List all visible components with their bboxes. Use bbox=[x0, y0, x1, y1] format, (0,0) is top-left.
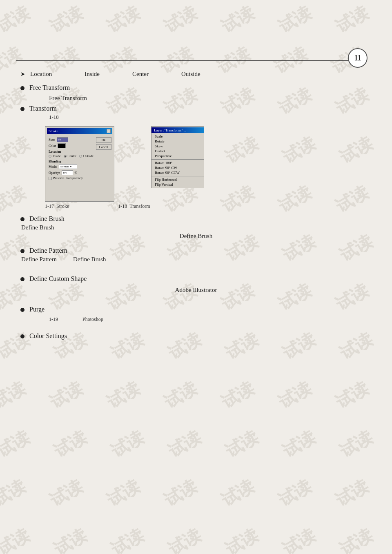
watermark: 试读 bbox=[103, 1, 144, 38]
watermark: 试读 bbox=[0, 524, 33, 554]
watermark: 试读 bbox=[160, 1, 201, 38]
stroke-dialog-left: Size: 10 Color Location bbox=[49, 137, 94, 180]
location-arrow-item: ➤ Location bbox=[20, 71, 52, 78]
page-number-badge: 11 bbox=[348, 48, 368, 68]
transform-menu-title: Layer / Transform / ... bbox=[154, 128, 186, 132]
watermark: 试读 bbox=[217, 475, 258, 512]
stroke-dialog-title: Stroke bbox=[49, 129, 58, 133]
transform-fig-number: 1-18 bbox=[49, 114, 376, 120]
stroke-mode-row: Mode: Normal ▼ bbox=[49, 164, 94, 169]
watermark: 试读 bbox=[0, 475, 29, 512]
stroke-opacity-label: Opacity: bbox=[49, 171, 60, 175]
stroke-ok-btn[interactable]: Ok bbox=[96, 137, 111, 143]
watermark: 试读 bbox=[46, 377, 87, 414]
watermark: 试读 bbox=[336, 524, 377, 554]
transform-rotate90ccw: Rotate 90° CCW bbox=[151, 170, 204, 175]
watermark: 试读 bbox=[332, 377, 373, 414]
stroke-opacity-row: Opacity: 100 % bbox=[49, 170, 94, 175]
stroke-fig-num: 1-17 bbox=[45, 203, 54, 209]
transform-rotate90cw: Rotate 90° CW bbox=[151, 165, 204, 170]
bullet-dot bbox=[20, 217, 24, 221]
transform-flip-h: Flip Horizontal bbox=[151, 177, 204, 182]
watermark: 试读 bbox=[103, 377, 144, 414]
define-custom-shape-bullet: Define Custom Shape bbox=[20, 275, 376, 283]
stroke-checkbox-row: Preserve Transparency bbox=[49, 176, 94, 180]
transform-text: Transform bbox=[29, 105, 57, 112]
watermark: 试读 bbox=[160, 377, 201, 414]
watermark: 试读 bbox=[336, 426, 377, 463]
watermark: 试读 bbox=[46, 1, 87, 38]
stroke-size-label: Size: bbox=[49, 138, 55, 142]
bullet-dot bbox=[20, 107, 24, 111]
transform-distort: Distort bbox=[151, 149, 204, 154]
watermark: 试读 bbox=[107, 524, 148, 554]
photoshop-label-row: 1-19 Photoshop bbox=[49, 316, 376, 323]
location-label: Location bbox=[30, 71, 52, 78]
watermark: 试读 bbox=[0, 426, 33, 463]
define-brush-center: Define Brush bbox=[16, 233, 376, 240]
watermark: 试读 bbox=[160, 475, 201, 512]
stroke-opacity-unit: % bbox=[75, 171, 78, 175]
stroke-mode-select: Normal ▼ bbox=[59, 164, 77, 169]
bullet-dot bbox=[20, 249, 24, 253]
transform-flip-v: Flip Vertical bbox=[151, 182, 204, 187]
transform-menu-titlebar: Layer / Transform / ... bbox=[151, 127, 204, 133]
transform-scale: Scale bbox=[151, 134, 204, 139]
top-separator bbox=[16, 60, 351, 61]
transform-separator2 bbox=[151, 176, 204, 176]
define-brush-text: Define Brush bbox=[29, 215, 65, 222]
watermark: 试读 bbox=[217, 1, 258, 38]
bullet-dot bbox=[20, 277, 24, 281]
watermark: 试读 bbox=[274, 1, 316, 38]
bullet-dot bbox=[20, 334, 24, 338]
watermark: 试读 bbox=[274, 475, 316, 512]
watermark: 试读 bbox=[0, 377, 29, 414]
stroke-figure: Stroke × Size: 10 bbox=[45, 126, 114, 202]
watermark: 试读 bbox=[0, 1, 33, 38]
transform-separator1 bbox=[151, 159, 204, 160]
free-transform-indent-label: Free Transform bbox=[49, 95, 87, 101]
inside-option: Inside bbox=[85, 71, 100, 78]
define-pattern-text: Define Pattern bbox=[29, 247, 67, 254]
stroke-dialog-titlebar: Stroke × bbox=[47, 128, 112, 134]
define-brush-line1: Define Brush bbox=[21, 224, 376, 231]
center-option: Center bbox=[132, 71, 149, 78]
transform-fig-num: 1-18 bbox=[118, 203, 127, 209]
transform-rotate180: Rotate 180° bbox=[151, 160, 204, 165]
bullet-dot bbox=[20, 86, 24, 90]
radio-inside-label: Inside bbox=[53, 154, 61, 158]
purge-fig-caption: Photoshop bbox=[82, 316, 103, 323]
transform-skew: Skew bbox=[151, 144, 204, 149]
watermark: 试读 bbox=[278, 426, 320, 463]
radio-center-label: Center bbox=[68, 154, 76, 158]
arrow-icon: ➤ bbox=[20, 71, 25, 78]
watermark: 试读 bbox=[332, 475, 373, 512]
figures-row: Stroke × Size: 10 bbox=[45, 126, 376, 202]
transform-figure: Layer / Transform / ... Scale Rotate Ske… bbox=[151, 126, 204, 188]
watermark: 试读 bbox=[164, 524, 205, 554]
purge-fig-num: 1-19 bbox=[49, 316, 58, 323]
radio-outside-label: Outside bbox=[83, 154, 94, 158]
radio-inside bbox=[49, 155, 51, 158]
stroke-checkbox bbox=[49, 177, 52, 180]
stroke-cancel-btn[interactable]: Cancel bbox=[96, 144, 111, 150]
watermark: 试读 bbox=[103, 475, 144, 512]
transform-fig-text: Transform bbox=[129, 203, 150, 209]
radio-outside bbox=[79, 155, 82, 158]
watermark: 试读 bbox=[332, 1, 373, 38]
bullet-dot bbox=[20, 308, 24, 312]
transform-perspective: Perspective bbox=[151, 154, 204, 158]
define-pattern-line: Define Pattern Define Brush bbox=[21, 256, 376, 263]
watermark: 试读 bbox=[46, 475, 87, 512]
main-content: ➤ Location Inside Center Outside Free Tr… bbox=[16, 63, 376, 340]
transform-bullet: Transform bbox=[20, 105, 376, 112]
stroke-color-label: Color bbox=[49, 144, 56, 148]
watermark: 试读 bbox=[50, 524, 91, 554]
purge-text: Purge bbox=[29, 306, 45, 313]
free-transform-bullet: Free Transform bbox=[20, 84, 376, 91]
outside-option: Outside bbox=[181, 71, 200, 78]
watermark: 试读 bbox=[221, 524, 263, 554]
stroke-caption: 1-17 Stroke bbox=[45, 203, 69, 209]
free-transform-text: Free Transform bbox=[29, 84, 70, 91]
adobe-illustrator-label: Adobe Illustrator bbox=[16, 287, 376, 294]
